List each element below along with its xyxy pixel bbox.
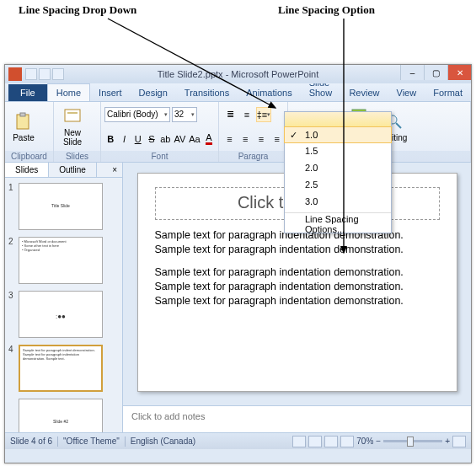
line-spacing-menu: ✓1.0 1.5 2.0 2.5 3.0 Line Spacing Option… xyxy=(284,111,392,233)
thumbnails: 1Title Slide 2• Microsoft Word or docume… xyxy=(5,178,122,432)
tab-home[interactable]: Home xyxy=(47,83,90,101)
group-clipboard: Clipboard xyxy=(5,151,53,162)
numbering-button[interactable]: ≡ xyxy=(239,107,254,122)
thumb-2[interactable]: • Microsoft Word or document • Some othe… xyxy=(19,237,103,284)
close-button[interactable]: ✕ xyxy=(447,65,471,80)
tab-design[interactable]: Design xyxy=(131,84,176,101)
underline-button[interactable]: U xyxy=(132,131,144,147)
tab-insert[interactable]: Insert xyxy=(90,84,131,101)
font-size-combo[interactable]: 32▾ xyxy=(172,107,197,122)
annotation-dropdown: Line Spacing Drop Down xyxy=(19,3,136,17)
ls-item-3-0[interactable]: 3.0 xyxy=(285,193,391,210)
font-name-combo[interactable]: Calibri (Body)▾ xyxy=(104,107,170,122)
ls-item-2-5[interactable]: 2.5 xyxy=(285,176,391,193)
tab-review[interactable]: Review xyxy=(340,84,388,101)
svg-rect-6 xyxy=(67,112,78,114)
slide-body[interactable]: Sample text for paragraph indentation de… xyxy=(155,228,440,308)
group-paragraph: Paragra xyxy=(219,151,287,162)
group-font: Font xyxy=(101,151,218,162)
thumb-3[interactable]: :●● xyxy=(19,291,103,338)
shadow-button[interactable]: ab xyxy=(159,131,171,147)
thumb-1[interactable]: Title Slide xyxy=(19,183,103,230)
title-bar: Title Slide2.pptx - Microsoft PowerPoint… xyxy=(5,65,471,83)
zoom-slider[interactable] xyxy=(383,440,442,442)
group-slides: Slides xyxy=(54,151,100,162)
slide-panel: Slides Outline × 1Title Slide 2• Microso… xyxy=(5,163,123,432)
maximize-button[interactable]: ▢ xyxy=(424,65,447,80)
justify-button[interactable]: ≡ xyxy=(270,131,284,147)
align-left-button[interactable]: ≡ xyxy=(222,131,237,147)
bullets-button[interactable]: ≣ xyxy=(222,107,238,122)
view-sorter[interactable] xyxy=(308,436,322,447)
ls-item-2-0[interactable]: 2.0 xyxy=(285,159,391,176)
svg-line-9 xyxy=(396,123,401,128)
ribbon-tabs: File Home Insert Design Transitions Anim… xyxy=(5,83,471,102)
tab-transitions[interactable]: Transitions xyxy=(176,84,238,101)
fit-window[interactable] xyxy=(452,436,466,447)
minimize-button[interactable]: – xyxy=(400,65,424,80)
line-spacing-menu-header xyxy=(285,112,391,127)
svg-rect-3 xyxy=(17,115,29,129)
charspace-button[interactable]: AV xyxy=(173,131,186,147)
svg-rect-4 xyxy=(20,113,25,116)
zoom-level[interactable]: 70% xyxy=(356,437,373,446)
ls-item-1-0[interactable]: ✓1.0 xyxy=(284,126,392,143)
thumb-5[interactable]: Slide #2 xyxy=(19,399,103,432)
line-spacing-button[interactable]: ‡≡▾ xyxy=(256,107,271,122)
ls-item-1-5[interactable]: 1.5 xyxy=(285,142,391,159)
align-right-button[interactable]: ≡ xyxy=(254,131,269,147)
new-slide-button[interactable]: New Slide xyxy=(57,104,88,148)
tab-format[interactable]: Format xyxy=(425,84,471,101)
italic-button[interactable]: I xyxy=(118,131,130,147)
status-lang[interactable]: English (Canada) xyxy=(131,437,195,446)
notes-pane[interactable]: Click to add notes xyxy=(123,405,471,432)
paste-button[interactable]: Paste xyxy=(8,104,39,148)
ribbon-body: Paste Clipboard New Slide Slides Calibri… xyxy=(5,102,471,163)
status-bar: Slide 4 of 6 "Office Theme" English (Can… xyxy=(5,432,471,449)
ls-options[interactable]: Line Spacing Options... xyxy=(285,216,391,233)
bold-button[interactable]: B xyxy=(104,131,116,147)
align-center-button[interactable]: ≡ xyxy=(238,131,253,147)
panel-close[interactable]: × xyxy=(107,163,122,177)
zoom-in[interactable]: + xyxy=(445,437,450,446)
tab-animations[interactable]: Animations xyxy=(238,84,300,101)
view-normal[interactable] xyxy=(292,436,306,447)
panel-tab-outline[interactable]: Outline xyxy=(49,163,97,177)
thumb-4[interactable]: Sample text for paragraph indent demonst… xyxy=(19,345,103,392)
tab-view[interactable]: View xyxy=(388,84,425,101)
fontcolor-button[interactable]: A xyxy=(203,131,215,147)
annotation-option: Line Spacing Option xyxy=(278,3,375,17)
view-slideshow[interactable] xyxy=(340,436,354,447)
app-window: Title Slide2.pptx - Microsoft PowerPoint… xyxy=(4,64,472,463)
file-tab[interactable]: File xyxy=(8,84,47,101)
status-slide: Slide 4 of 6 xyxy=(10,437,52,446)
case-button[interactable]: Aa xyxy=(188,131,201,147)
svg-rect-5 xyxy=(65,110,80,121)
view-reading[interactable] xyxy=(324,436,338,447)
panel-tab-slides[interactable]: Slides xyxy=(5,163,49,177)
zoom-out[interactable]: − xyxy=(376,437,381,446)
strike-button[interactable]: S xyxy=(146,131,158,147)
status-theme: "Office Theme" xyxy=(63,437,120,446)
